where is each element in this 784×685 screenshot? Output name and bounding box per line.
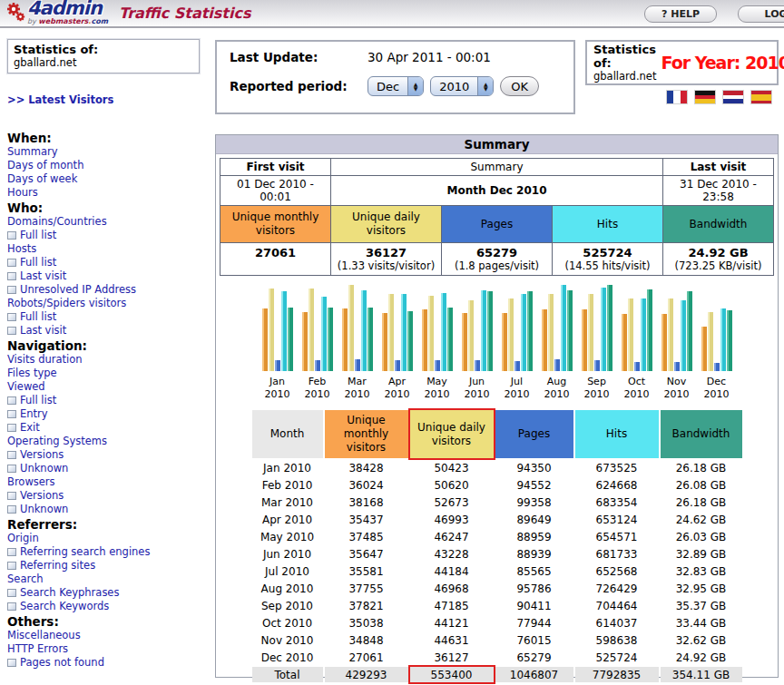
ok-button[interactable]: OK	[500, 76, 539, 96]
chart-bar-unique-daily-visitors	[428, 296, 434, 371]
spain-flag[interactable]	[751, 91, 771, 103]
chart-bar-unique-monthly-visitors	[422, 309, 427, 371]
value-cell: 90411	[495, 598, 573, 613]
logo-byline: by webmasters.com	[27, 17, 108, 26]
sidebar-item-last-visit[interactable]: Last visit	[7, 324, 154, 338]
sidebar-item-full-list[interactable]: Full list	[7, 256, 154, 269]
value-cell: 27061	[325, 650, 408, 665]
sidebar-item-unknown[interactable]: Unknown	[7, 462, 154, 475]
latest-visitors-link[interactable]: >> Latest Visitors	[7, 93, 113, 106]
table-row: Jan 201038428504239435067352526.18 GB	[252, 460, 742, 475]
summary-table: First visit Summary Last visit 01 Dec 20…	[220, 158, 774, 276]
sidebar-item-unknown[interactable]: Unknown	[7, 503, 154, 516]
chart-x-label: May 2010	[425, 376, 450, 401]
chart-bar-unique-daily-visitors	[628, 298, 633, 371]
sidebar-item-full-list[interactable]: Full list	[7, 310, 154, 324]
sidebar-item-visits-duration[interactable]: Visits duration	[7, 353, 154, 367]
france-flag[interactable]	[667, 91, 687, 103]
sidebar-item-http-errors[interactable]: HTTP Errors	[7, 642, 154, 656]
year-select[interactable]: 2010 ▲▼	[430, 76, 494, 96]
sidebar-item-viewed[interactable]: Viewed	[7, 380, 154, 394]
value-cell: 52673	[410, 494, 494, 510]
chart-bar-unique-monthly-visitors	[622, 314, 627, 371]
chart-group-jun-2010: Jun 2010	[462, 285, 493, 401]
panel-title: Summary	[216, 135, 778, 154]
value-cell: 681733	[575, 546, 659, 562]
help-button[interactable]: ? HELP	[644, 5, 717, 23]
value-cell: 653124	[575, 512, 659, 527]
column-header-bandwidth: Bandwidth	[661, 410, 742, 458]
value-cell: 44121	[410, 615, 494, 631]
chart-bar-unique-daily-visitors	[588, 294, 593, 371]
month-select[interactable]: Dec ▲▼	[368, 76, 424, 96]
table-row: May 201037485462478895965457126.03 GB	[252, 529, 742, 544]
sidebar-item-robots-spiders-visitors[interactable]: Robots/Spiders visitors	[7, 297, 154, 310]
sidebar-item-operating-systems[interactable]: Operating Systems	[7, 435, 154, 448]
sidebar-item-days-of-week[interactable]: Days of week	[7, 172, 154, 186]
sidebar-item-pages-not-found[interactable]: Pages not found	[7, 656, 154, 670]
total-value-cell: 7792835	[575, 667, 659, 682]
page-icon	[7, 602, 16, 611]
sidebar-item-versions[interactable]: Versions	[7, 489, 154, 503]
value-cell: 85565	[495, 563, 573, 579]
value-cell: 50620	[410, 477, 494, 493]
sidebar-item-exit[interactable]: Exit	[7, 421, 154, 435]
value-cell: 37755	[325, 581, 408, 596]
sidebar-item-search[interactable]: Search	[7, 572, 154, 586]
chart-bar-bandwidth-gb	[447, 308, 453, 371]
sidebar-item-search-keywords[interactable]: Search Keywords	[7, 600, 154, 613]
sidebar-item-browsers[interactable]: Browsers	[7, 475, 154, 489]
statistics-year-box: Statistics of: gballard.net For Year: 20…	[585, 40, 779, 85]
column-header-pages: Pages	[495, 410, 573, 458]
chart-bar-hits	[401, 294, 407, 371]
sidebar-item-files-type[interactable]: Files type	[7, 367, 154, 380]
germany-flag[interactable]	[695, 91, 715, 103]
first-visit-value: 01 Dec 2010 - 00:01	[220, 176, 331, 206]
month-cell: Oct 2010	[252, 615, 323, 631]
value-cell: 37485	[325, 529, 408, 544]
chart-bar-pages	[594, 360, 600, 371]
sidebar-item-search-keyphrases[interactable]: Search Keyphrases	[7, 586, 154, 600]
sidebar-item-domains-countries[interactable]: Domains/Countries	[7, 215, 154, 229]
sidebar-section-others: Others:	[7, 614, 214, 629]
netherlands-flag[interactable]	[723, 91, 743, 103]
page-icon	[7, 259, 16, 267]
sidebar-item-hosts[interactable]: Hosts	[7, 242, 154, 256]
chart-bar-unique-monthly-visitors	[302, 312, 308, 371]
sidebar-item-referring-search-engines[interactable]: Referring search engines	[7, 545, 154, 559]
total-value-cell: 553400	[410, 667, 494, 682]
value-cell: 26.18 GB	[661, 460, 742, 475]
sidebar-item-full-list[interactable]: Full list	[7, 229, 154, 242]
sidebar-item-versions[interactable]: Versions	[7, 448, 154, 462]
sidebar-item-referring-sites[interactable]: Referring sites	[7, 559, 154, 572]
monthly-history-chart: Jan 2010Feb 2010Mar 2010Apr 2010May 2010…	[216, 285, 778, 401]
value-cell: 38168	[325, 494, 408, 510]
value-cell: 89649	[495, 512, 573, 527]
statistics-of-label-right: Statistics of:	[593, 43, 656, 70]
year-select-stepper-icon[interactable]: ▲▼	[477, 77, 493, 95]
chart-bar-bandwidth-gb	[687, 291, 692, 371]
table-row: Jun 201035647432288893968173332.89 GB	[252, 546, 742, 562]
value-cell: 32.83 GB	[661, 563, 742, 579]
chart-bar-hits	[361, 290, 367, 371]
sidebar-item-origin[interactable]: Origin	[7, 532, 154, 545]
table-row: Oct 201035038441217794461403733.44 GB	[252, 615, 742, 631]
month-select-stepper-icon[interactable]: ▲▼	[407, 77, 423, 95]
sidebar-item-last-visit[interactable]: Last visit	[7, 269, 154, 283]
summary-metric-value-unique-monthly-visitors: 27061	[220, 243, 331, 276]
sidebar-item-miscellaneous[interactable]: Miscellaneous	[7, 629, 154, 642]
sidebar-item-entry[interactable]: Entry	[7, 407, 154, 421]
chart-x-label: Jan 2010	[265, 376, 290, 401]
statistics-of-label: Statistics of:	[14, 43, 193, 56]
sidebar-item-days-of-month[interactable]: Days of month	[7, 159, 154, 172]
sidebar-item-full-list[interactable]: Full list	[7, 394, 154, 407]
sidebar-item-summary[interactable]: Summary	[7, 145, 154, 159]
month-cell: Mar 2010	[252, 494, 323, 510]
chart-bar-unique-monthly-visitors	[342, 308, 348, 371]
page-icon	[7, 313, 16, 321]
sidebar-item-hours[interactable]: Hours	[7, 186, 154, 200]
logo[interactable]: 4admin by webmasters.com	[27, 0, 108, 26]
reported-period-label: Reported period:	[230, 79, 368, 93]
logout-button[interactable]: LOGOUT	[738, 5, 784, 23]
sidebar-item-unresolved-ip-address[interactable]: Unresolved IP Address	[7, 283, 154, 297]
